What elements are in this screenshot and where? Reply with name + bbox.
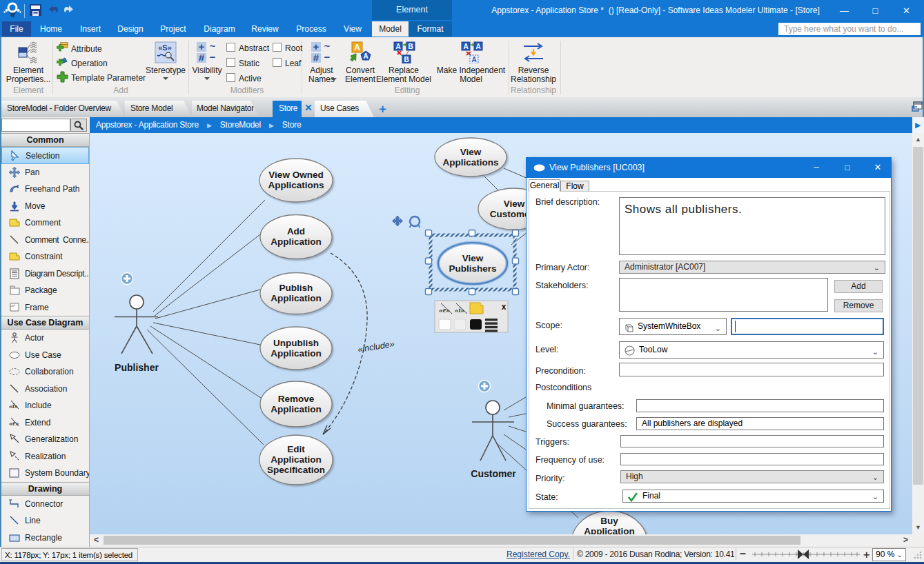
svg-text:Publishers: Publishers <box>449 263 496 274</box>
svg-text:Publish: Publish <box>279 283 313 293</box>
svg-text:#: # <box>313 52 320 63</box>
svg-text:Customer: Customer <box>471 468 516 479</box>
svg-text:~: ~ <box>210 41 216 52</box>
svg-text:A: A <box>363 52 368 60</box>
svg-text:Edit: Edit <box>287 444 305 454</box>
svg-text:A: A <box>354 43 360 52</box>
svg-text:A: A <box>395 43 400 50</box>
svg-text:View: View <box>460 147 482 157</box>
svg-text:View: View <box>462 253 484 263</box>
svg-text:«include»: «include» <box>357 339 395 354</box>
svg-text:«S»: «S» <box>158 43 172 52</box>
svg-text:Application: Application <box>271 404 322 414</box>
svg-text:Application: Application <box>271 348 322 359</box>
svg-text:−: − <box>210 51 216 63</box>
svg-text:Application: Application <box>271 293 322 303</box>
svg-text:+: + <box>199 41 205 52</box>
svg-text:Application: Application <box>271 454 322 465</box>
svg-text:Application: Application <box>584 526 635 534</box>
svg-text:x: x <box>502 302 507 312</box>
svg-text:B: B <box>408 43 413 50</box>
svg-text:Add: Add <box>287 226 305 236</box>
svg-text:Specification: Specification <box>267 465 325 475</box>
svg-text:−: − <box>324 51 331 63</box>
svg-text:Publisher: Publisher <box>115 362 159 373</box>
svg-text:Unpublish: Unpublish <box>273 338 319 348</box>
svg-text:Application: Application <box>271 236 322 247</box>
svg-text:Applications: Applications <box>442 157 498 168</box>
svg-text:#: # <box>199 52 205 63</box>
svg-text:View: View <box>504 199 525 209</box>
svg-text:A: A <box>475 43 480 50</box>
svg-text:«e»: «e» <box>9 419 19 427</box>
svg-text:~: ~ <box>324 41 331 52</box>
svg-text:A: A <box>471 56 476 63</box>
svg-text:Remove: Remove <box>278 394 315 404</box>
svg-text:B: B <box>404 56 409 63</box>
svg-text:View Owned: View Owned <box>268 170 323 180</box>
svg-text:Applications: Applications <box>268 180 324 190</box>
svg-text:A: A <box>463 43 468 50</box>
svg-text:+: + <box>313 41 320 52</box>
svg-text:Buy: Buy <box>600 516 618 526</box>
